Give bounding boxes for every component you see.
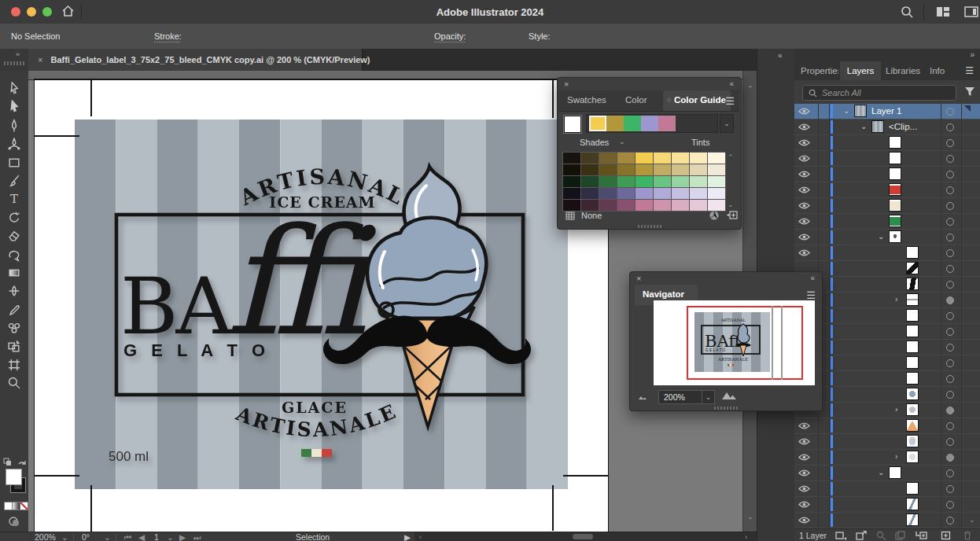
color-variations-grid[interactable] (562, 152, 726, 212)
navigator-viewbox[interactable] (687, 306, 803, 380)
rectangle-tool[interactable] (7, 156, 21, 170)
drag-handle[interactable] (638, 225, 661, 228)
expand-chevron-icon[interactable]: › (895, 295, 897, 304)
layer-thumbnail[interactable] (906, 498, 919, 510)
target-circle[interactable] (946, 186, 954, 194)
visibility-eye-icon[interactable] (798, 421, 810, 430)
visibility-eye-icon[interactable] (798, 138, 810, 147)
visibility-eye-icon[interactable] (798, 500, 810, 509)
navigator-zoom-dropdown[interactable]: ⌄ (702, 390, 715, 404)
target-circle[interactable] (946, 234, 954, 241)
layer-thumbnail[interactable] (906, 513, 919, 526)
edit-colors-icon[interactable] (709, 210, 720, 223)
target-circle[interactable] (946, 375, 954, 383)
color-variation-swatch[interactable] (708, 200, 725, 211)
close-tab-icon[interactable]: × (38, 55, 42, 64)
color-variation-swatch[interactable] (690, 164, 707, 175)
color-variation-swatch[interactable] (654, 200, 671, 211)
scroll-down-icon[interactable]: ⌄ (728, 201, 734, 208)
workspace-window-icon[interactable] (964, 6, 978, 19)
eyedropper-tool[interactable] (7, 303, 21, 317)
tab-color-guide[interactable]: Color Guide (674, 95, 726, 105)
color-variation-swatch[interactable] (581, 188, 599, 199)
color-variation-swatch[interactable] (617, 164, 635, 175)
layer-thumbnail[interactable] (906, 451, 919, 463)
eraser-tool[interactable] (7, 229, 21, 243)
last-artboard-icon[interactable]: ⏭ (193, 532, 201, 541)
zoom-out-icon[interactable] (638, 392, 649, 402)
color-variation-swatch[interactable] (581, 153, 599, 164)
color-variation-swatch[interactable] (563, 153, 580, 164)
layer-thumbnail[interactable] (906, 278, 919, 290)
tab-layers[interactable]: Layers (840, 61, 881, 80)
target-circle[interactable] (946, 517, 954, 524)
visibility-eye-icon[interactable] (798, 248, 810, 257)
layer-thumbnail[interactable] (906, 372, 919, 385)
target-circle[interactable] (946, 344, 954, 351)
layer-thumbnail[interactable] (889, 152, 901, 164)
color-variation-swatch[interactable] (636, 200, 653, 211)
layer-row[interactable]: ⌄ (794, 230, 980, 245)
layer-thumbnail[interactable] (889, 215, 901, 227)
target-circle[interactable] (946, 407, 954, 414)
visibility-eye-icon[interactable] (798, 484, 810, 493)
color-variation-swatch[interactable] (654, 176, 671, 187)
color-variation-swatch[interactable] (672, 164, 689, 175)
panel-menu-icon[interactable]: ☰ (725, 95, 735, 107)
clipping-mask-icon[interactable] (835, 531, 846, 540)
visibility-eye-icon[interactable] (798, 469, 810, 477)
color-variation-swatch[interactable] (672, 176, 689, 187)
filter-funnel-icon[interactable] (964, 86, 975, 98)
layer-row[interactable] (794, 434, 980, 450)
color-variation-swatch[interactable] (599, 188, 617, 199)
color-variation-swatch[interactable] (563, 164, 580, 175)
layer-row[interactable]: ⌄<Clip... (794, 120, 980, 135)
tab-color[interactable]: Color (625, 95, 647, 105)
swap-fill-stroke-icon[interactable] (3, 458, 13, 469)
layer-thumbnail[interactable] (871, 120, 884, 133)
layer-thumbnail[interactable] (889, 183, 901, 196)
target-circle[interactable] (946, 218, 954, 226)
pen-tool[interactable] (7, 119, 21, 133)
color-variation-swatch[interactable] (581, 164, 599, 175)
target-circle[interactable] (946, 485, 954, 493)
status-zoom[interactable]: 200% (35, 532, 56, 541)
tab-swatches[interactable]: Swatches (567, 95, 606, 105)
color-variation-swatch[interactable] (617, 188, 635, 199)
drag-handle[interactable] (714, 407, 738, 410)
expand-chevron-icon[interactable]: ⌄ (843, 106, 849, 115)
collapse-panel-icon[interactable]: « (810, 274, 814, 282)
color-variation-swatch[interactable] (708, 164, 725, 175)
harmony-color-swatch[interactable] (641, 116, 658, 131)
layer-row[interactable] (794, 418, 980, 434)
color-variation-swatch[interactable] (654, 164, 671, 175)
color-variation-swatch[interactable] (708, 188, 725, 199)
swap-arrow-icon[interactable] (17, 458, 27, 469)
search-input[interactable]: Search All (802, 85, 956, 101)
collapse-panel-icon[interactable]: « (729, 79, 733, 88)
artboard-tool[interactable] (7, 358, 21, 372)
scroll-up-icon[interactable]: ⌃ (728, 153, 734, 161)
target-circle[interactable] (946, 391, 954, 399)
duplicate-icon[interactable] (895, 531, 906, 540)
color-variation-swatch[interactable] (708, 153, 725, 164)
layer-thumbnail[interactable] (889, 199, 901, 212)
color-variation-swatch[interactable] (636, 188, 653, 199)
target-circle[interactable] (946, 202, 954, 210)
rotate-tool[interactable] (7, 211, 21, 225)
target-circle[interactable] (946, 249, 954, 257)
layer-thumbnail[interactable] (906, 309, 919, 322)
color-variation-swatch[interactable] (617, 176, 635, 187)
blend-tool[interactable] (7, 321, 21, 335)
collapse-dock-icon[interactable]: « (778, 51, 782, 60)
status-expand-icon[interactable]: ▶ (404, 532, 411, 541)
layer-thumbnail[interactable] (906, 435, 919, 447)
layer-row[interactable] (794, 151, 980, 167)
none-mode-icon[interactable] (20, 502, 28, 510)
layer-name[interactable]: Layer 1 (871, 106, 901, 116)
status-rotation[interactable]: 0° (82, 532, 90, 541)
harmony-color-swatch[interactable] (624, 116, 641, 131)
panel-menu-icon[interactable]: ☰ (806, 289, 816, 301)
new-layer-icon[interactable] (941, 531, 952, 540)
visibility-eye-icon[interactable] (798, 107, 810, 116)
